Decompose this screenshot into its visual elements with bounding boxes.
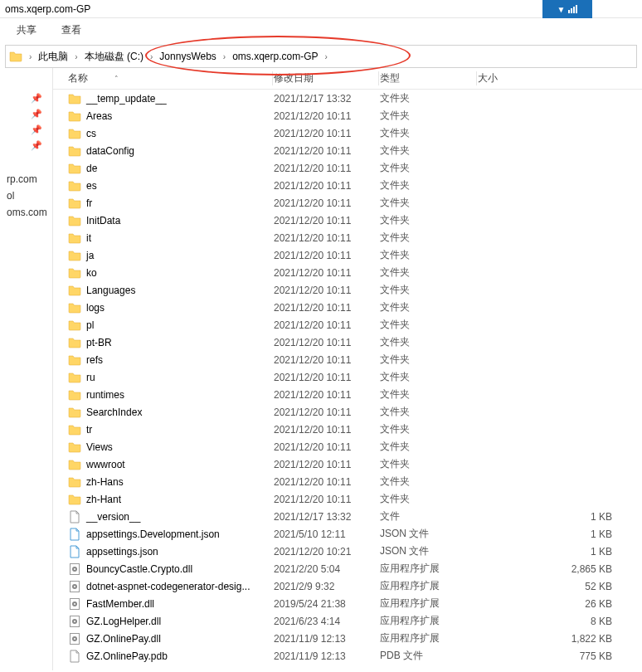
file-name: ja [86, 250, 94, 261]
file-date: 2021/11/9 12:13 [274, 633, 380, 645]
chevron-right-icon[interactable]: › [71, 52, 80, 61]
file-name-cell: SearchIndex [68, 406, 274, 419]
folder-icon [68, 284, 81, 297]
file-row[interactable]: runtimes2021/12/20 10:11文件夹 [53, 386, 642, 403]
file-name-cell: tr [68, 423, 274, 436]
file-row[interactable]: BouncyCastle.Crypto.dll2021/2/20 5:04应用程… [53, 560, 642, 577]
file-row[interactable]: dataConfig2021/12/20 10:11文件夹 [53, 142, 642, 159]
folder-icon [68, 162, 81, 175]
file-type: 应用程序扩展 [380, 597, 478, 611]
column-header-name[interactable]: 名称˄ [68, 71, 274, 85]
file-row[interactable]: Languages2021/12/20 10:11文件夹 [53, 281, 642, 299]
file-size: 775 KB [478, 650, 642, 662]
file-name-cell: BouncyCastle.Crypto.dll [68, 562, 274, 576]
pin-icon[interactable]: 📌 [31, 140, 42, 151]
file-row[interactable]: SearchIndex2021/12/20 10:11文件夹 [53, 403, 642, 421]
sidebar-item[interactable]: ol [0, 187, 52, 204]
file-name-cell: FastMember.dll [68, 597, 274, 611]
file-row[interactable]: refs2021/12/20 10:11文件夹 [53, 351, 642, 368]
breadcrumb-segment[interactable]: JonnysWebs [156, 46, 219, 67]
file-row[interactable]: zh-Hant2021/12/20 10:11文件夹 [53, 490, 642, 508]
file-type: 应用程序扩展 [380, 579, 478, 593]
file-row[interactable]: GZ.LogHelper.dll2021/6/23 4:14应用程序扩展8 KB [53, 612, 642, 630]
file-row[interactable]: Views2021/12/20 10:11文件夹 [53, 438, 642, 455]
file-row[interactable]: __version__2021/12/17 13:32文件1 KB [53, 508, 642, 525]
file-name: GZ.OnlinePay.pdb [86, 650, 168, 662]
file-row[interactable]: wwwroot2021/12/20 10:11文件夹 [53, 455, 642, 473]
chevron-right-icon[interactable]: › [147, 52, 156, 61]
file-date: 2021/12/20 10:11 [274, 163, 380, 174]
file-name-cell: es [68, 179, 274, 192]
sidebar-item[interactable]: oms.com [0, 204, 52, 221]
file-type: 文件夹 [380, 370, 478, 384]
file-date: 2019/5/24 21:38 [274, 598, 380, 610]
file-row[interactable]: InitData2021/12/20 10:11文件夹 [53, 212, 642, 229]
file-row[interactable]: pt-BR2021/12/20 10:11文件夹 [53, 334, 642, 351]
file-date: 2021/12/20 10:11 [274, 180, 380, 192]
chevron-right-icon[interactable]: › [322, 52, 331, 61]
file-date: 2021/12/20 10:11 [274, 389, 380, 401]
pin-icon[interactable]: 📌 [31, 109, 42, 119]
file-date: 2021/12/20 10:11 [274, 267, 380, 279]
pin-icon[interactable]: 📌 [31, 93, 42, 104]
file-date: 2021/12/20 10:11 [274, 319, 380, 331]
breadcrumb-segment[interactable]: oms.xqerp.com-GP [229, 46, 321, 67]
file-row[interactable]: de2021/12/20 10:11文件夹 [53, 159, 642, 177]
chevron-right-icon[interactable]: › [26, 52, 35, 61]
folder-icon [68, 144, 81, 158]
file-date: 2021/12/17 13:32 [274, 511, 380, 523]
file-name-cell: fr [68, 197, 274, 210]
file-type: 文件夹 [380, 405, 478, 419]
breadcrumb-segment[interactable]: 本地磁盘 (C:) [81, 46, 147, 67]
file-row[interactable]: FastMember.dll2019/5/24 21:38应用程序扩展26 KB [53, 595, 642, 612]
file-row[interactable]: __temp_update__2021/12/17 13:32文件夹 [53, 90, 642, 107]
file-row[interactable]: ko2021/12/20 10:11文件夹 [53, 264, 642, 281]
file-row[interactable]: ru2021/12/20 10:11文件夹 [53, 368, 642, 386]
file-row[interactable]: es2021/12/20 10:11文件夹 [53, 177, 642, 194]
file-name-cell: dataConfig [68, 144, 274, 158]
file-name-cell: zh-Hant [68, 493, 274, 506]
file-name-cell: ru [68, 371, 274, 384]
file-type: 文件夹 [380, 318, 478, 332]
column-header-size[interactable]: 大小 [478, 71, 642, 85]
menu-share[interactable]: 共享 [17, 23, 36, 37]
file-icon [68, 650, 81, 663]
file-row[interactable]: tr2021/12/20 10:11文件夹 [53, 421, 642, 438]
file-row[interactable]: GZ.OnlinePay.dll2021/11/9 12:13应用程序扩展1,8… [53, 630, 642, 647]
file-row[interactable]: pl2021/12/20 10:11文件夹 [53, 316, 642, 334]
file-name-cell: GZ.OnlinePay.pdb [68, 650, 274, 663]
file-row[interactable]: ja2021/12/20 10:11文件夹 [53, 246, 642, 264]
sidebar-item[interactable]: rp.com [0, 171, 52, 187]
file-row[interactable]: it2021/12/20 10:11文件夹 [53, 229, 642, 246]
pin-icon[interactable]: 📌 [31, 124, 42, 135]
file-name-cell: pl [68, 319, 274, 332]
file-row[interactable]: GZ.OnlinePay.pdb2021/11/9 12:13PDB 文件775… [53, 647, 642, 665]
file-row[interactable]: appsettings.json2021/12/20 10:21JSON 文件1… [53, 543, 642, 560]
breadcrumb-segment[interactable]: 此电脑 [35, 46, 71, 67]
file-row[interactable]: cs2021/12/20 10:11文件夹 [53, 124, 642, 142]
file-name: Areas [86, 110, 112, 122]
file-row[interactable]: appsettings.Development.json2021/5/10 12… [53, 525, 642, 543]
chevron-right-icon[interactable]: › [220, 52, 229, 61]
file-type: 文件夹 [380, 335, 478, 349]
file-size: 52 KB [478, 581, 642, 592]
file-row[interactable]: logs2021/12/20 10:11文件夹 [53, 299, 642, 316]
dll-icon [68, 615, 81, 628]
folder-icon [68, 110, 81, 123]
file-row[interactable]: Areas2021/12/20 10:11文件夹 [53, 107, 642, 124]
file-row[interactable]: fr2021/12/20 10:11文件夹 [53, 194, 642, 212]
file-list-pane: 名称˄ 修改日期 类型 大小 __temp_update__2021/12/17… [53, 68, 642, 670]
file-name: fr [86, 197, 92, 209]
column-header-type[interactable]: 类型 [380, 71, 478, 85]
file-type: 文件夹 [380, 213, 478, 227]
column-header-date[interactable]: 修改日期 [274, 71, 380, 85]
address-bar[interactable]: › 此电脑›本地磁盘 (C:)›JonnysWebs›oms.xqerp.com… [5, 45, 637, 68]
file-row[interactable]: zh-Hans2021/12/20 10:11文件夹 [53, 473, 642, 490]
file-date: 2021/12/20 10:11 [274, 407, 380, 418]
file-row[interactable]: dotnet-aspnet-codegenerator-desig...2021… [53, 577, 642, 595]
json-icon [68, 545, 81, 558]
folder-icon [68, 197, 81, 210]
sidebar: 📌 📌 📌 📌 rp.comoloms.com [0, 68, 53, 670]
menu-view[interactable]: 查看 [61, 23, 81, 37]
folder-icon [68, 319, 81, 332]
